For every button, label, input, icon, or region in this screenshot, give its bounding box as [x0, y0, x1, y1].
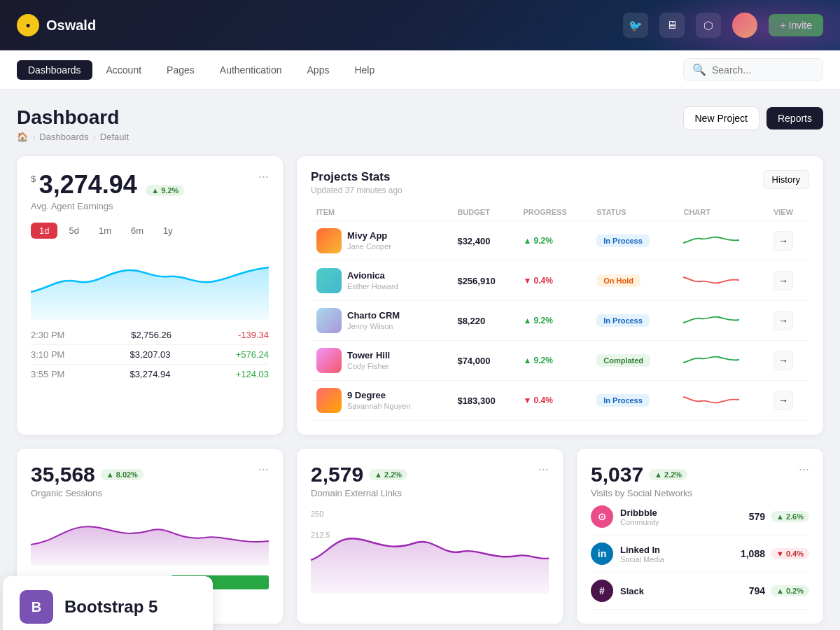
row-1: $ 3,274.94 ▲ 9.2% Avg. Agent Earnings ··… [17, 156, 823, 435]
time-filter-6m[interactable]: 6m [122, 223, 152, 239]
table-row: Mivy App Jane Cooper $32,400 ▲ 9.2% In P… [311, 221, 809, 261]
project-progress-1: ▼ 0.4% [517, 261, 591, 301]
page-title: Dashboard [17, 106, 129, 129]
project-view-4[interactable]: → [768, 381, 809, 421]
navbar: Dashboards Account Pages Authentication … [0, 50, 840, 90]
projects-updated: Updated 37 minutes ago [311, 186, 402, 195]
time-filter-1d[interactable]: 1d [31, 223, 57, 239]
topbar-bird-icon[interactable]: 🐦 [623, 13, 648, 38]
project-status-0: In Process [591, 221, 678, 261]
topbar: ● Oswald 🐦 🖥 ⬡ + Invite [0, 0, 840, 50]
history-button[interactable]: History [763, 170, 809, 189]
status-badge-2: In Process [596, 314, 650, 327]
sessions-more-icon[interactable]: ··· [258, 463, 269, 475]
project-progress-4: ▼ 0.4% [517, 381, 591, 421]
project-view-0[interactable]: → [768, 221, 809, 261]
project-person-0: Jane Cooper [347, 242, 391, 251]
time-filter-1y[interactable]: 1y [155, 223, 181, 239]
topbar-share-icon[interactable]: ⬡ [696, 13, 721, 38]
time-3: 3:55 PM [31, 369, 64, 379]
project-name-2: Charto CRM [347, 310, 400, 321]
nav-item-dashboards[interactable]: Dashboards [17, 60, 92, 80]
nav-item-account[interactable]: Account [95, 60, 153, 80]
sessions-amount: 35,568 [31, 463, 95, 486]
social-count-1: 1,088 [741, 548, 765, 559]
project-chart-3 [678, 341, 767, 381]
status-badge-0: In Process [596, 234, 650, 247]
project-progress-2: ▲ 9.2% [517, 301, 591, 341]
project-view-2[interactable]: → [768, 301, 809, 341]
social-card: 5,037 ▲ 2.2% Visits by Social Networks ·… [577, 449, 823, 624]
view-btn-2[interactable]: → [774, 311, 793, 330]
change-3: +124.03 [236, 369, 269, 379]
page-header: Dashboard 🏠 › Dashboards › Default New P… [17, 106, 823, 142]
time-filter-5d[interactable]: 5d [60, 223, 87, 239]
nav-item-pages[interactable]: Pages [155, 60, 206, 80]
earnings-amount: 3,274.94 [39, 170, 137, 199]
col-item: ITEM [311, 204, 451, 221]
reports-button[interactable]: Reports [766, 107, 823, 130]
projects-header: Projects Stats Updated 37 minutes ago Hi… [311, 170, 809, 195]
amount-2: $3,207.03 [130, 349, 171, 360]
project-view-3[interactable]: → [768, 341, 809, 381]
earnings-row-2: 3:10 PM $3,207.03 +576.24 [31, 344, 269, 364]
project-item-1: Avionica Esther Howard [311, 261, 451, 301]
nav-item-authentication[interactable]: Authentication [209, 60, 293, 80]
status-badge-4: In Process [596, 394, 650, 407]
bootstrap-text: Bootstrap 5 [64, 597, 158, 617]
social-more-icon[interactable]: ··· [799, 463, 809, 475]
social-icon-0: ⊙ [591, 505, 613, 528]
time-filter-1m[interactable]: 1m [90, 223, 120, 239]
status-badge-3: Complated [596, 354, 650, 367]
earnings-header: $ 3,274.94 ▲ 9.2% Avg. Agent Earnings ··… [31, 170, 269, 211]
new-project-button[interactable]: New Project [683, 106, 760, 130]
nav-item-help[interactable]: Help [343, 60, 386, 80]
earnings-label: Avg. Agent Earnings [31, 201, 184, 211]
earnings-row-3: 3:55 PM $3,274.94 +124.03 [31, 364, 269, 384]
user-avatar[interactable] [732, 13, 757, 38]
earnings-more-icon[interactable]: ··· [258, 170, 269, 183]
time-2: 3:10 PM [31, 349, 64, 360]
links-more-icon[interactable]: ··· [538, 463, 549, 475]
col-budget: BUDGET [451, 204, 517, 221]
breadcrumb-default: Default [100, 132, 129, 142]
nav-item-apps[interactable]: Apps [296, 60, 341, 80]
project-icon-1 [316, 268, 342, 293]
topbar-monitor-icon[interactable]: 🖥 [659, 13, 685, 38]
projects-title: Projects Stats [311, 170, 402, 184]
social-type-0: Community [620, 518, 659, 526]
social-count-0: 579 [749, 511, 765, 522]
bootstrap-overlay-card: B Bootstrap 5 [3, 576, 213, 630]
table-row: Charto CRM Jenny Wilson $8,220 ▲ 9.2% In… [311, 301, 809, 341]
social-row-0: ⊙ Dribbble Community 579 ▲ 2.6% [591, 498, 809, 536]
links-card: 2,579 ▲ 2.2% Domain External Links ··· 2… [297, 449, 563, 624]
links-badge: ▲ 2.2% [369, 469, 407, 480]
project-person-1: Esther Howard [347, 282, 398, 290]
col-progress: PROGRESS [517, 204, 591, 221]
search-input[interactable] [712, 64, 814, 76]
search-icon: 🔍 [692, 63, 706, 76]
view-btn-3[interactable]: → [774, 351, 793, 370]
change-1: -139.34 [238, 330, 269, 340]
logo-text: Oswald [46, 18, 96, 34]
social-name-0: Dribbble [620, 507, 659, 518]
view-btn-4[interactable]: → [774, 391, 793, 410]
invite-button[interactable]: + Invite [769, 14, 823, 36]
project-view-1[interactable]: → [768, 261, 809, 301]
page-title-section: Dashboard 🏠 › Dashboards › Default [17, 106, 129, 142]
earnings-symbol: $ [31, 174, 36, 184]
projects-card: Projects Stats Updated 37 minutes ago Hi… [297, 156, 823, 435]
social-icon-1: in [591, 542, 613, 565]
main-content: Dashboard 🏠 › Dashboards › Default New P… [0, 90, 840, 630]
earnings-value-section: $ 3,274.94 ▲ 9.2% Avg. Agent Earnings [31, 170, 184, 211]
project-status-2: In Process [591, 301, 678, 341]
sessions-badge: ▲ 8.02% [101, 469, 144, 480]
view-btn-1[interactable]: → [774, 271, 793, 290]
social-icon-2: # [591, 580, 613, 602]
social-rows: ⊙ Dribbble Community 579 ▲ 2.6% in Linke… [591, 498, 809, 610]
project-icon-0 [316, 228, 342, 253]
table-row: 9 Degree Savannah Nguyen $183,300 ▼ 0.4%… [311, 381, 809, 421]
view-btn-0[interactable]: → [774, 231, 793, 251]
logo-icon: ● [17, 14, 39, 36]
project-budget-0: $32,400 [451, 221, 517, 261]
